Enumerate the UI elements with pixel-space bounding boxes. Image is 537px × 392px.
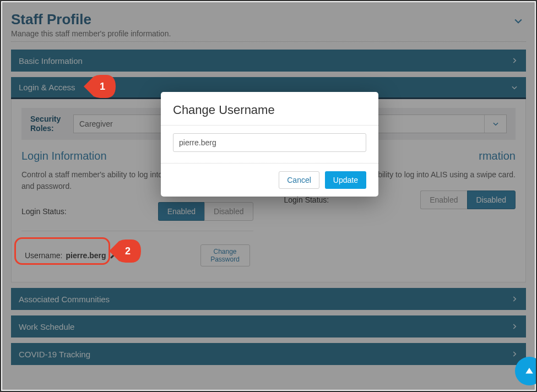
modal-title: Change Username bbox=[161, 92, 378, 125]
username-input[interactable] bbox=[173, 133, 366, 152]
change-username-modal: Change Username Cancel Update bbox=[161, 92, 378, 197]
cancel-button[interactable]: Cancel bbox=[279, 171, 319, 189]
update-button[interactable]: Update bbox=[325, 171, 366, 189]
